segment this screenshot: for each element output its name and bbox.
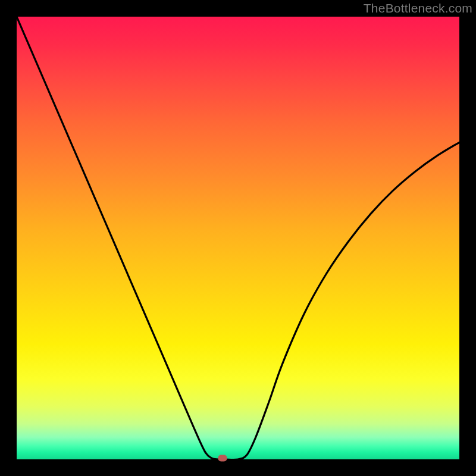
plot-area: [17, 17, 459, 459]
chart-frame: TheBottleneck.com: [0, 0, 476, 476]
bottleneck-curve: [17, 17, 459, 459]
optimal-marker: [218, 455, 227, 462]
watermark-text: TheBottleneck.com: [364, 1, 472, 15]
